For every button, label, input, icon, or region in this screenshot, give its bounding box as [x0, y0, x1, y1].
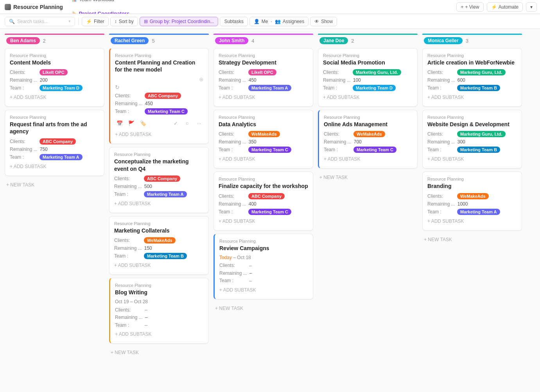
card-clients-row: Clients: Marketing Guru, Ltd.	[323, 69, 413, 75]
automate-button[interactable]: ⚡ Automate	[487, 2, 523, 12]
task-card: Resource Planning Marketing Collaterals …	[109, 216, 209, 275]
new-task-button[interactable]: + NEW TASK	[109, 347, 209, 358]
card-source: Resource Planning	[427, 53, 517, 58]
more-options-button[interactable]: ▾	[526, 2, 537, 12]
tag: Marketing Team D	[39, 85, 83, 91]
more-icon[interactable]: ···	[194, 118, 204, 128]
card-title[interactable]: Conceptualize the marketing event on Q4	[114, 158, 204, 172]
column-badge[interactable]: Rachel Green	[111, 37, 149, 44]
filter-button[interactable]: ⚡ Filter	[82, 17, 109, 26]
circle-icon[interactable]: ○	[183, 118, 192, 128]
new-task-button[interactable]: + NEW TASK	[5, 180, 104, 190]
group-button[interactable]: ⊞ Group by: Project Coordindin...	[140, 17, 219, 26]
card-team-row: Team : Marketing Team A	[219, 85, 308, 91]
add-view-button[interactable]: + + View	[456, 2, 483, 12]
column-header: Ben Adams 2	[5, 34, 104, 44]
team-label: Team :	[10, 85, 37, 91]
task-card: Resource Planning Finalize capacity for …	[213, 172, 313, 230]
card-title[interactable]: Content Models	[10, 59, 99, 66]
new-task-button[interactable]: + NEW TASK	[422, 234, 522, 245]
team-label: Team :	[114, 253, 142, 259]
tag: Marketing Team C	[248, 147, 291, 153]
flag-icon[interactable]: 🚩	[127, 118, 136, 128]
card-title[interactable]: Branding	[427, 183, 517, 190]
add-subtask-button[interactable]: + ADD SUBTASK	[115, 130, 204, 139]
column-badge[interactable]: Monica Geller	[424, 37, 463, 44]
clients-label: Clients:	[114, 176, 142, 181]
column-badge[interactable]: Jane Doe	[319, 37, 348, 44]
card-title[interactable]: Marketing Collaterals	[114, 227, 204, 234]
add-subtask-button[interactable]: + ADD SUBTASK	[219, 155, 308, 163]
card-title[interactable]: Website Design & Development	[427, 121, 517, 128]
add-subtask-button[interactable]: + ADD SUBTASK	[219, 217, 308, 226]
task-card: Resource Planning Website Design & Devel…	[422, 110, 522, 168]
nav-tab-project-coordinators[interactable]: 🏷️Project Coordinators	[67, 7, 153, 14]
search-box[interactable]: 🔍 Search tasks... ▾	[5, 17, 75, 26]
remaining-value: 350	[249, 139, 257, 145]
card-title[interactable]: Strategy Development	[219, 59, 308, 66]
tag: LikeIt OPC	[39, 69, 68, 75]
team-label: Team :	[324, 147, 351, 152]
card-clients-row: Clients: ABC Company	[114, 175, 204, 182]
remaining-label: Remaining ...	[219, 139, 246, 145]
check-icon[interactable]: ✓	[171, 118, 180, 128]
card-title[interactable]: Request final arts from the ad agency	[10, 121, 99, 135]
card-title[interactable]: Online Ads Management	[324, 121, 413, 128]
add-subtask-button[interactable]: + ADD SUBTASK	[219, 286, 308, 294]
card-remaining-row: Remaining ... 300	[427, 139, 517, 145]
tag-icon[interactable]: 🏷️	[138, 118, 148, 128]
show-icon: 👁	[314, 19, 319, 24]
add-subtask-button[interactable]: + ADD SUBTASK	[10, 162, 99, 171]
column-body: Resource Planning Social Media Promotion…	[318, 48, 418, 387]
card-title[interactable]: Social Media Promotion	[323, 59, 413, 66]
card-title[interactable]: Data Analytics	[219, 121, 308, 128]
assignees-icon: 👥	[275, 19, 281, 24]
column-count: 2	[351, 38, 354, 44]
add-subtask-button[interactable]: + ADD SUBTASK	[114, 261, 204, 270]
card-clients-row: Clients: Marketing Guru, Ltd.	[427, 69, 517, 75]
show-button[interactable]: 👁 Show	[310, 17, 337, 26]
card-expand-icon[interactable]: ⊕	[199, 76, 204, 82]
card-clients-row: Clients: WeMakeAds	[324, 131, 413, 137]
card-title[interactable]: Finalize capacity for the workshop	[219, 183, 308, 190]
card-title[interactable]: Blog Writing	[115, 289, 204, 296]
tag: WeMakeAds	[353, 131, 385, 137]
subtasks-button[interactable]: Subtasks	[220, 17, 248, 26]
card-clients-row: Clients: LikeIt OPC	[219, 69, 308, 75]
add-subtask-button[interactable]: + ADD SUBTASK	[427, 93, 517, 102]
new-task-button[interactable]: + NEW TASK	[318, 172, 418, 183]
clients-label: Clients:	[219, 70, 246, 75]
add-subtask-button[interactable]: + ADD SUBTASK	[323, 93, 413, 102]
nav-tab-team-workload[interactable]: 📊Team Workload	[67, 0, 153, 7]
card-clients-row: Clients: LikeIt OPC	[10, 69, 99, 75]
add-subtask-button[interactable]: + ADD SUBTASK	[10, 93, 99, 102]
add-subtask-button[interactable]: + ADD SUBTASK	[427, 217, 517, 226]
card-source: Resource Planning	[115, 283, 204, 288]
card-remaining-row: Remaining ... 600	[427, 77, 517, 83]
card-title[interactable]: Review Campaigns	[219, 245, 308, 252]
add-subtask-button[interactable]: + ADD SUBTASK	[115, 330, 204, 338]
calendar-icon[interactable]: 📅	[115, 118, 124, 128]
remaining-label: Remaining ...	[114, 245, 142, 251]
sort-button[interactable]: ↕ Sort by	[110, 17, 138, 26]
tag: Marketing Team A	[248, 85, 291, 91]
add-subtask-button[interactable]: + ADD SUBTASK	[219, 93, 308, 102]
card-clients-row: Clients: ABC Company	[115, 93, 204, 99]
new-task-button[interactable]: + NEW TASK	[213, 303, 313, 313]
clients-label: Clients:	[115, 93, 142, 98]
me-button[interactable]: 👤 Me · 👥 Assignees	[249, 17, 309, 26]
card-date-range: Oct 19 – Oct 28	[115, 299, 204, 304]
clients-label: Clients:	[427, 131, 455, 137]
add-subtask-button[interactable]: + ADD SUBTASK	[427, 155, 517, 163]
column-badge[interactable]: John Smith	[215, 37, 248, 44]
card-title[interactable]: Content Planning and Creation for the ne…	[115, 59, 204, 73]
remaining-value: 700	[354, 139, 362, 145]
add-subtask-button[interactable]: + ADD SUBTASK	[324, 155, 413, 163]
add-subtask-button[interactable]: + ADD SUBTASK	[114, 199, 204, 208]
card-source: Resource Planning	[219, 177, 308, 181]
remaining-label: Remaining ...	[114, 184, 142, 189]
card-team-row: Team : –	[115, 322, 204, 328]
card-clients-row: Clients: –	[219, 263, 308, 268]
card-title[interactable]: Article creation in WebForNewbie	[427, 59, 517, 66]
column-badge[interactable]: Ben Adams	[6, 37, 40, 44]
